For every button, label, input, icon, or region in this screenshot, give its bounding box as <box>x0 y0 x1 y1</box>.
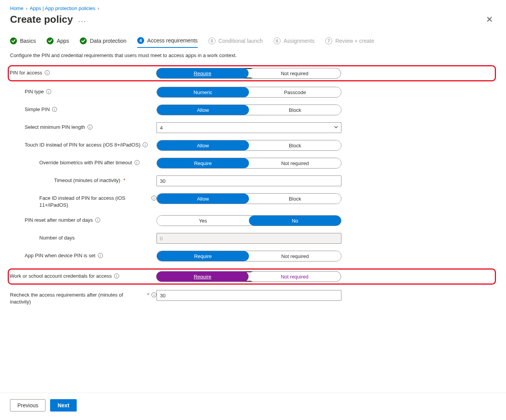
setting-min-pin-length: Select minimum PIN length i <box>10 122 496 133</box>
input-recheck-minutes[interactable] <box>156 290 341 301</box>
option-no[interactable]: No <box>249 216 341 226</box>
setting-label: PIN type <box>25 88 44 95</box>
info-icon[interactable]: i <box>45 70 50 75</box>
step-number-icon: 4 <box>137 37 144 44</box>
setting-label: Override biometrics with PIN after timeo… <box>39 159 132 166</box>
step-access-requirements[interactable]: 4 Access requirements <box>137 37 198 48</box>
step-review-create: 7 Review + create <box>325 37 374 47</box>
step-apps[interactable]: Apps <box>47 37 69 47</box>
setting-timeout-minutes: Timeout (minutes of inactivity) * <box>10 175 496 186</box>
close-icon[interactable]: ✕ <box>483 14 496 25</box>
previous-button[interactable]: Previous <box>10 399 45 412</box>
setting-label: Work or school account credentials for a… <box>10 273 112 280</box>
section-description: Configure the PIN and credential require… <box>10 52 496 58</box>
step-label: Basics <box>20 38 36 44</box>
info-icon[interactable]: i <box>46 89 51 94</box>
setting-simple-pin: Simple PIN i Allow Block <box>10 105 496 115</box>
step-assignments: 6 Assignments <box>274 37 314 47</box>
footer-separator <box>0 393 506 393</box>
setting-number-of-days: Number of days <box>10 233 496 244</box>
setting-label: Face ID instead of PIN for access (iOS 1… <box>39 195 149 208</box>
info-icon[interactable]: i <box>87 125 92 130</box>
info-icon[interactable]: i <box>98 253 103 258</box>
step-number-icon: 5 <box>208 37 215 44</box>
setting-label: Select minimum PIN length <box>25 124 85 131</box>
more-actions-icon[interactable]: ··· <box>78 17 86 25</box>
required-indicator: * <box>123 177 125 184</box>
setting-label: Recheck the access requirements after (m… <box>10 292 144 305</box>
option-allow[interactable]: Allow <box>157 140 249 150</box>
option-require[interactable]: Require <box>157 251 249 261</box>
option-not-required[interactable]: Not required <box>249 272 341 282</box>
step-label: Apps <box>57 38 69 44</box>
check-icon <box>80 37 87 44</box>
select-min-pin-length[interactable] <box>156 122 341 133</box>
setting-app-pin-device-pin: App PIN when device PIN is set i Require… <box>10 251 496 261</box>
chevron-right-icon: › <box>98 5 99 11</box>
setting-label: App PIN when device PIN is set <box>25 252 96 259</box>
info-icon[interactable]: i <box>114 273 119 278</box>
option-not-required[interactable]: Not required <box>249 251 341 261</box>
step-data-protection[interactable]: Data protection <box>80 37 126 47</box>
option-not-required[interactable]: Not required <box>249 68 341 78</box>
option-require[interactable]: Require <box>157 158 249 168</box>
step-label: Review + create <box>335 38 374 44</box>
option-not-required[interactable]: Not required <box>249 158 341 168</box>
option-allow[interactable]: Allow <box>157 105 249 115</box>
setting-label: Simple PIN <box>25 106 50 113</box>
toggle-simple-pin[interactable]: Allow Block <box>156 105 341 115</box>
option-block[interactable]: Block <box>249 105 341 115</box>
option-block[interactable]: Block <box>249 140 341 150</box>
step-label: Assignments <box>284 38 314 44</box>
info-icon[interactable]: i <box>151 292 156 297</box>
toggle-touch-id[interactable]: Allow Block <box>156 140 341 151</box>
step-label: Data protection <box>90 38 126 44</box>
setting-label: PIN for access <box>10 69 42 76</box>
page-title: Create policy <box>10 13 73 25</box>
option-passcode[interactable]: Passcode <box>249 87 341 97</box>
toggle-pin-for-access[interactable]: Require Not required <box>156 68 341 79</box>
toggle-app-pin-device-pin[interactable]: Require Not required <box>156 251 341 261</box>
check-icon <box>47 37 54 44</box>
toggle-face-id[interactable]: Allow Block <box>156 193 341 204</box>
option-allow[interactable]: Allow <box>157 194 249 204</box>
option-require[interactable]: Require <box>156 272 249 282</box>
setting-pin-type: PIN type i Numeric Passcode <box>10 87 496 98</box>
step-label: Conditional launch <box>219 38 263 44</box>
option-yes[interactable]: Yes <box>157 216 249 226</box>
info-icon[interactable]: i <box>151 196 156 201</box>
toggle-pin-type[interactable]: Numeric Passcode <box>156 87 341 98</box>
info-icon[interactable]: i <box>95 218 100 223</box>
input-number-of-days <box>156 233 341 244</box>
setting-label: Number of days <box>39 234 75 241</box>
input-timeout-minutes[interactable] <box>156 175 341 186</box>
chevron-right-icon: › <box>26 5 27 11</box>
wizard-steps: Basics Apps Data protection 4 Access req… <box>10 37 496 48</box>
next-button[interactable]: Next <box>50 399 76 412</box>
setting-pin-for-access: PIN for access i Require Not required <box>8 65 496 81</box>
step-basics[interactable]: Basics <box>10 37 36 47</box>
info-icon[interactable]: i <box>143 142 148 147</box>
setting-pin-reset-days: PIN reset after number of days i Yes No <box>10 215 496 226</box>
toggle-override-biometrics[interactable]: Require Not required <box>156 158 341 169</box>
breadcrumb-apps[interactable]: Apps | App protection policies <box>30 5 95 11</box>
setting-work-school-credentials: Work or school account credentials for a… <box>8 268 496 285</box>
toggle-pin-reset-days[interactable]: Yes No <box>156 215 341 226</box>
option-numeric[interactable]: Numeric <box>157 87 249 97</box>
setting-touch-id: Touch ID instead of PIN for access (iOS … <box>10 140 496 151</box>
option-require[interactable]: Require <box>156 68 249 78</box>
breadcrumb-home[interactable]: Home <box>10 5 24 11</box>
option-block[interactable]: Block <box>249 194 341 204</box>
setting-recheck-access: Recheck the access requirements after (m… <box>10 290 496 305</box>
step-number-icon: 7 <box>325 37 332 44</box>
step-number-icon: 6 <box>274 37 281 44</box>
info-icon[interactable]: i <box>134 160 140 165</box>
step-label: Access requirements <box>147 37 198 44</box>
setting-label: Timeout (minutes of inactivity) <box>54 177 120 184</box>
toggle-work-school-credentials[interactable]: Require Not required <box>156 271 341 282</box>
step-conditional-launch: 5 Conditional launch <box>208 37 263 47</box>
info-icon[interactable]: i <box>52 107 57 112</box>
setting-label: PIN reset after number of days <box>25 217 93 224</box>
setting-face-id: Face ID instead of PIN for access (iOS 1… <box>10 193 496 208</box>
required-indicator: * <box>147 292 149 299</box>
